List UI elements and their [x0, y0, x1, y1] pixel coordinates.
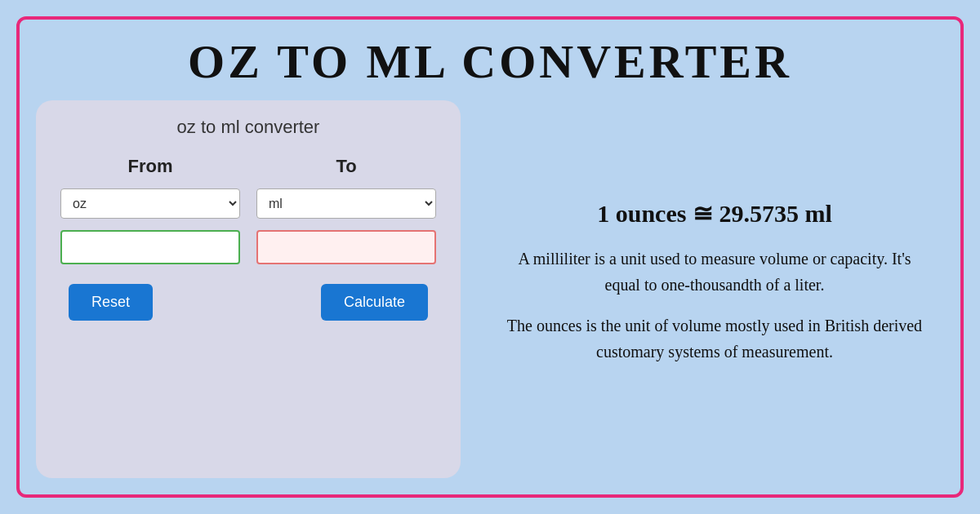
- converter-columns: From oz ml cup tsp tbsp To ml oz: [60, 156, 436, 264]
- reset-button[interactable]: Reset: [69, 284, 153, 321]
- from-column: From oz ml cup tsp tbsp: [60, 156, 240, 264]
- to-unit-select[interactable]: ml oz cup tsp tbsp: [256, 188, 436, 219]
- converter-card: oz to ml converter From oz ml cup tsp tb…: [36, 100, 461, 478]
- from-label: From: [128, 156, 173, 177]
- conversion-result: 1 ounces ≅ 29.5735 ml: [501, 199, 928, 228]
- content-area: oz to ml converter From oz ml cup tsp tb…: [20, 100, 960, 494]
- buttons-row: Reset Calculate: [60, 284, 436, 321]
- to-label: To: [336, 156, 356, 177]
- info-panel: 1 ounces ≅ 29.5735 ml A milliliter is a …: [485, 100, 944, 478]
- page-title: OZ TO ML CONVERTER: [20, 20, 960, 100]
- converter-card-title: oz to ml converter: [177, 117, 320, 138]
- from-unit-select[interactable]: oz ml cup tsp tbsp: [60, 188, 240, 219]
- from-value-input[interactable]: [60, 230, 240, 264]
- calculate-button[interactable]: Calculate: [321, 284, 428, 321]
- to-column: To ml oz cup tsp tbsp: [256, 156, 436, 264]
- to-value-input[interactable]: [256, 230, 436, 264]
- outer-border: OZ TO ML CONVERTER oz to ml converter Fr…: [16, 16, 964, 498]
- info-paragraph-1: A milliliter is a unit used to measure v…: [501, 246, 928, 298]
- info-paragraph-2: The ounces is the unit of volume mostly …: [501, 312, 928, 365]
